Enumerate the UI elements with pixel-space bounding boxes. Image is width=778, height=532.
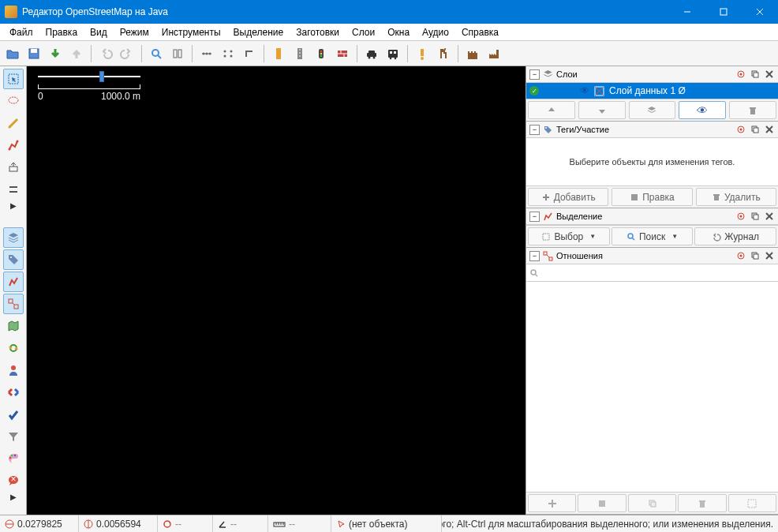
ortho-button[interactable] <box>240 44 259 63</box>
menu-view[interactable]: Вид <box>84 25 114 39</box>
tags-detach-button[interactable] <box>750 124 761 135</box>
lasso-mode-button[interactable] <box>3 91 24 111</box>
layers-pin-button[interactable] <box>735 69 746 80</box>
selection-detach-button[interactable] <box>750 211 761 222</box>
align-button[interactable] <box>197 44 216 63</box>
relation-delete-button[interactable] <box>678 494 726 512</box>
tags-pin-button[interactable] <box>735 124 746 135</box>
menu-file[interactable]: Файл <box>3 25 39 39</box>
selection-collapse-button[interactable]: − <box>529 212 540 222</box>
upload-button[interactable] <box>67 44 86 63</box>
relation-new-button[interactable] <box>528 494 576 512</box>
zoom-slider-thumb[interactable] <box>99 71 104 82</box>
menu-windows[interactable]: Окна <box>381 25 416 39</box>
layers-panel-button[interactable] <box>3 227 24 248</box>
svg-rect-86 <box>754 215 758 219</box>
preset-traffic-button[interactable] <box>312 44 331 63</box>
tags-collapse-button[interactable]: − <box>529 125 540 135</box>
maximize-button[interactable] <box>705 0 742 24</box>
relations-detach-button[interactable] <box>750 250 761 261</box>
selection-search-button[interactable]: Поиск▼ <box>612 227 694 245</box>
layer-toggle-button[interactable] <box>629 101 676 119</box>
layers-close-button[interactable] <box>764 69 775 80</box>
preferences-button[interactable] <box>168 44 187 63</box>
menu-selection[interactable]: Выделение <box>227 25 290 39</box>
menu-mode[interactable]: Режим <box>114 25 155 39</box>
layer-delete-button[interactable] <box>729 101 776 119</box>
draw-mode-button[interactable] <box>3 113 24 133</box>
menu-edit[interactable]: Правка <box>39 25 84 39</box>
zoom-slider-track[interactable] <box>38 76 140 77</box>
preset-bus-button[interactable] <box>383 44 402 63</box>
selection-close-button[interactable] <box>764 211 775 222</box>
status-lat: 0.0279825 <box>17 519 62 530</box>
expand-tools-2[interactable]: ▶ <box>10 493 17 501</box>
expand-tools-1[interactable]: ▶ <box>10 201 17 210</box>
menu-audio[interactable]: Аудио <box>416 25 455 39</box>
layers-collapse-button[interactable]: − <box>529 69 540 80</box>
save-button[interactable] <box>24 44 43 63</box>
selection-history-button[interactable]: Журнал <box>694 227 776 245</box>
filter-button[interactable] <box>3 426 24 447</box>
svg-point-16 <box>224 50 226 52</box>
preset-car-button[interactable] <box>362 44 381 63</box>
selection-select-button[interactable]: Выбор▼ <box>528 227 610 245</box>
relation-duplicate-button[interactable] <box>628 494 676 512</box>
preset-wall-button[interactable] <box>333 44 352 63</box>
relation-select-button[interactable] <box>728 494 776 512</box>
relation-edit-button[interactable] <box>578 494 626 512</box>
extrude-button[interactable] <box>3 157 24 178</box>
svg-point-61 <box>740 73 742 76</box>
layer-visibility-button[interactable]: 👁 <box>679 101 726 119</box>
svg-rect-92 <box>544 252 547 255</box>
close-button[interactable] <box>742 0 778 24</box>
notes-button[interactable]: × <box>3 470 24 491</box>
map-panel-button[interactable] <box>3 316 24 336</box>
improve-way-button[interactable] <box>3 135 24 155</box>
conflict-button[interactable] <box>3 382 24 403</box>
parallel-button[interactable] <box>3 179 24 200</box>
layer-up-button[interactable] <box>528 101 575 119</box>
minimize-button[interactable] <box>669 0 705 24</box>
preset-warning-button[interactable] <box>413 44 432 63</box>
select-mode-button[interactable] <box>3 69 24 89</box>
menu-tools[interactable]: Инструменты <box>155 25 227 39</box>
redo-button[interactable] <box>118 44 137 63</box>
tags-panel-button[interactable] <box>3 249 24 270</box>
relations-panel-button[interactable] <box>3 294 24 314</box>
main-area: ▶ × ▶ 0 1000.0 m − <box>0 66 778 515</box>
menu-layers[interactable]: Слои <box>346 25 381 39</box>
open-button[interactable] <box>3 44 22 63</box>
eye-icon[interactable]: 👁 <box>580 85 589 96</box>
relations-collapse-button[interactable]: − <box>529 251 540 261</box>
selection-pin-button[interactable] <box>735 211 746 222</box>
download-button[interactable] <box>46 44 65 63</box>
selection-panel-button[interactable] <box>3 272 24 292</box>
tag-delete-button[interactable]: Удалить <box>696 188 776 206</box>
validate-button[interactable] <box>3 404 24 425</box>
layer-down-button[interactable] <box>578 101 626 119</box>
undo-button[interactable] <box>96 44 115 63</box>
preset-food-button[interactable] <box>434 44 453 63</box>
preset-castle-button[interactable] <box>463 44 482 63</box>
layer-item[interactable]: ✓ 👁 Слой данных 1 Ø <box>526 83 778 99</box>
users-button[interactable] <box>3 360 24 380</box>
distribute-button[interactable] <box>219 44 238 63</box>
menu-presets[interactable]: Заготовки <box>290 25 346 39</box>
menu-help[interactable]: Справка <box>455 25 505 39</box>
search-button[interactable] <box>147 44 166 63</box>
preset-road2-button[interactable] <box>290 44 309 63</box>
relations-close-button[interactable] <box>764 250 775 261</box>
styles-button[interactable] <box>3 448 24 469</box>
tags-close-button[interactable] <box>764 124 775 135</box>
preset-factory-button[interactable] <box>484 44 503 63</box>
relations-pin-button[interactable] <box>735 250 746 261</box>
scale-bar: 0 1000.0 m <box>38 84 140 102</box>
tag-edit-button[interactable]: Правка <box>612 188 692 206</box>
map-canvas[interactable]: 0 1000.0 m <box>27 66 526 515</box>
relations-search-input[interactable] <box>539 268 775 278</box>
layers-detach-button[interactable] <box>750 69 761 80</box>
tag-add-button[interactable]: Добавить <box>528 188 608 206</box>
changesets-button[interactable] <box>3 338 24 358</box>
preset-road1-button[interactable] <box>269 44 288 63</box>
